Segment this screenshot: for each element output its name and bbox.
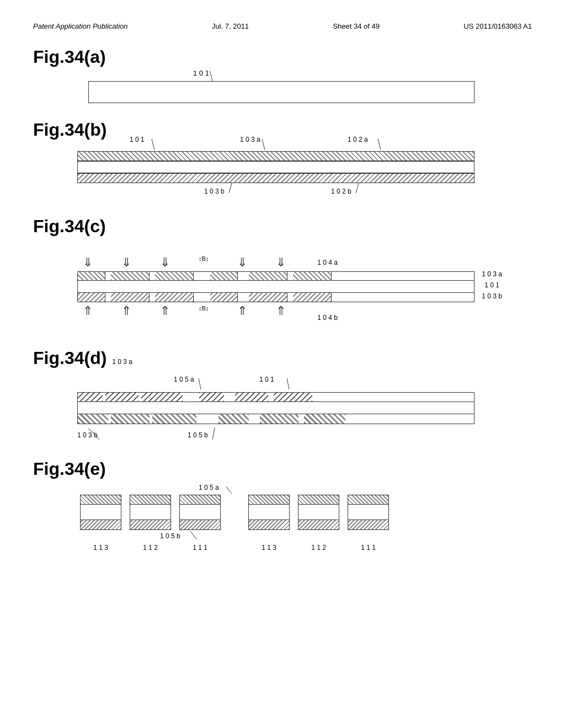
chip-113-left [80, 495, 121, 530]
layer-103a-c [77, 271, 475, 281]
fig-34a-section: Fig.34(a) 1 0 1 [33, 47, 532, 103]
ref-103ab: 1 0 3 a [240, 136, 260, 143]
layer-103b-b [77, 173, 475, 183]
header-publication: Patent Application Publication [33, 22, 128, 30]
layer-103a-b [77, 151, 475, 161]
patent-page: Patent Application Publication Jul. 7, 2… [0, 0, 565, 728]
ref-102bb: 1 0 2 b [331, 188, 351, 195]
arrow-105a-d [193, 378, 204, 390]
arrow-down-3: ⇓ [160, 255, 170, 270]
chip-label-112-right: 1 1 2 [298, 544, 339, 552]
ref-105a-d: 1 0 5 a [174, 376, 194, 383]
arrow-101b [149, 139, 166, 151]
fig-34b-diagram: 1 0 1 1 0 3 a 1 0 2 a 1 0 3 b [77, 151, 532, 200]
ref-104a-c: 1 0 4 a [317, 259, 338, 266]
arrow-103b-b [226, 183, 243, 193]
fig-34a-label: Fig.34(a) [33, 47, 532, 67]
fig-34d-diagram: 1 0 5 a 1 0 1 [77, 376, 532, 442]
ref-103bb: 1 0 3 b [204, 188, 225, 195]
chip-label-111-left: 1 1 1 [179, 544, 221, 552]
arrow-down-1: ⇓ [83, 255, 93, 270]
fig-34c-diagram: ⇓ ⇓ ⇓ ↕B↕ ⇓ ⇓ 1 0 4 a [77, 242, 532, 331]
layer-bot-d [77, 414, 475, 424]
layer-103b-c [77, 293, 475, 302]
chip-112-left [130, 495, 171, 530]
arrow-down-2: ⇓ [121, 255, 131, 270]
arrow-b-down: ↕B↕ [199, 255, 209, 270]
arrow-102b-b [353, 183, 370, 193]
arrow-up-3: ⇑ [160, 304, 170, 318]
ref-105a-e: 1 0 5 a [199, 484, 219, 491]
arrow-up-5: ⇑ [237, 304, 247, 318]
chip-111-left [179, 495, 221, 530]
fig-34e-diagram: 1 0 5 a [77, 484, 532, 552]
ref-101b: 1 0 1 [130, 136, 145, 143]
arrow-103ab [259, 139, 276, 151]
layer-101-c [77, 281, 475, 293]
ref-101-c: 1 0 1 [484, 281, 499, 289]
fig-34a-diagram: 1 0 1 [88, 81, 532, 103]
fig-34b-label: Fig.34(b) [33, 120, 532, 140]
ref-103a-d: 1 0 3 a [112, 358, 132, 366]
layer-101-b [77, 161, 475, 173]
header-date: Jul. 7, 2011 [212, 22, 249, 30]
arrow-down-6: ⇓ [276, 255, 286, 270]
fig-34c-section: Fig.34(c) ⇓ ⇓ ⇓ ↕B↕ ⇓ ⇓ 1 0 4 a [33, 216, 532, 331]
header-patent: US 2011/0163063 A1 [463, 22, 532, 30]
chip-113-right [248, 495, 290, 530]
layer-101a [88, 81, 475, 103]
fig-34b-section: Fig.34(b) 1 0 1 1 0 3 a 1 0 2 a [33, 120, 532, 200]
arrow-102ab [375, 139, 392, 151]
ref-105b-e: 1 0 5 b [160, 532, 180, 540]
arrow-105b-d [204, 427, 221, 440]
ref-104b-c: 1 0 4 b [317, 314, 338, 322]
chip-label-111-right: 1 1 1 [348, 544, 389, 552]
fig-34d-section: Fig.34(d) 1 0 3 a 1 0 5 a 1 0 1 [33, 348, 532, 442]
arrow-down-5: ⇓ [237, 255, 247, 270]
chip-label-112-left: 1 1 2 [130, 544, 171, 552]
header-sheet: Sheet 34 of 49 [333, 22, 380, 30]
ref-103b-d: 1 0 3 b [77, 431, 98, 439]
arrow-105a-e [221, 486, 237, 495]
chip-112-right [298, 495, 339, 530]
arrow-101a [201, 71, 218, 82]
arrow-up-6: ⇑ [276, 304, 286, 318]
chip-label-113-right: 1 1 3 [248, 544, 290, 552]
arrow-up-2: ⇑ [121, 304, 131, 318]
fig-34d-label: Fig.34(d) [33, 348, 106, 368]
layer-101-d [77, 402, 475, 414]
arrow-105b-e [185, 531, 204, 541]
arrow-101-d [281, 378, 292, 390]
ref-101-d: 1 0 1 [259, 376, 274, 383]
ref-103a-c: 1 0 3 a [482, 270, 502, 278]
layer-top-d [77, 392, 475, 402]
fig-34c-label: Fig.34(c) [33, 216, 532, 237]
ref-103b-c: 1 0 3 b [482, 292, 502, 300]
arrow-b-up: ↕B↕ [199, 304, 209, 312]
chip-label-113-left: 1 1 3 [80, 544, 121, 552]
page-header: Patent Application Publication Jul. 7, 2… [33, 22, 532, 30]
fig-34e-label: Fig.34(e) [33, 459, 532, 479]
fig-34e-section: Fig.34(e) 1 0 5 a [33, 459, 532, 552]
chip-111-right [348, 495, 389, 530]
arrow-up-1: ⇑ [83, 304, 93, 318]
ref-102ab: 1 0 2 a [348, 136, 368, 143]
